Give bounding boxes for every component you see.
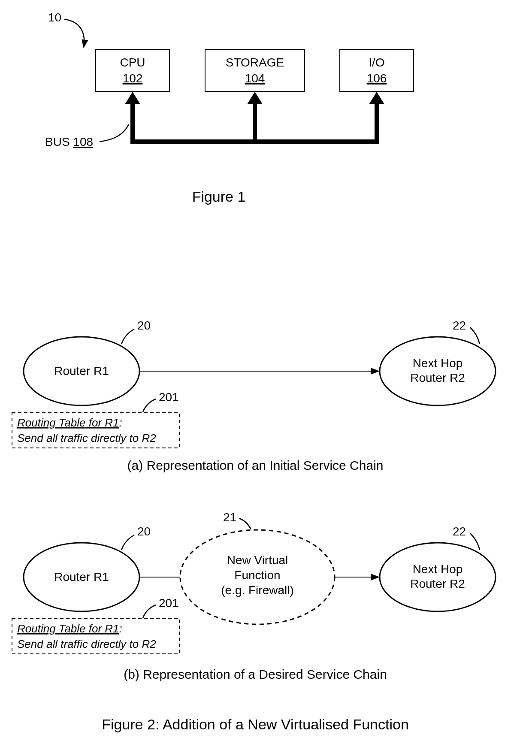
- fig2a-table-title-line: Routing Table for R1:: [17, 416, 122, 429]
- fig1-ref-arrow: [64, 19, 84, 47]
- bus-label-leader: [100, 124, 129, 142]
- fig2b-table-title-line: Routing Table for R1:: [17, 622, 122, 635]
- figure-1: 10 CPU 102 STORAGE 104 I/O 106 BUS 108 F…: [45, 11, 414, 205]
- bus-arrow-io: [369, 92, 384, 104]
- fig2a-r2-ref-leader: [470, 327, 480, 344]
- fig2a-caption: (a) Representation of an Initial Service…: [127, 458, 384, 472]
- fig2a-r2-ref: 22: [453, 319, 466, 332]
- fig2b-r2-line1: Next Hop: [413, 562, 463, 576]
- figure-2b: Router R1 20 New Virtual Function (e.g. …: [12, 511, 496, 681]
- fig2b-arrowhead: [371, 574, 380, 581]
- storage-num: 104: [245, 72, 265, 85]
- bus-arrow-cpu: [125, 92, 140, 104]
- diagram-canvas: 10 CPU 102 STORAGE 104 I/O 106 BUS 108 F…: [0, 0, 532, 756]
- fig2a-table-ref: 201: [159, 390, 179, 404]
- fig2b-table-body: Send all traffic directly to R2: [17, 638, 156, 650]
- cpu-label: CPU: [120, 56, 145, 69]
- fig2a-r2-line2: Router R2: [410, 371, 465, 384]
- fig2a-r1-ref: 20: [137, 319, 151, 332]
- storage-label: STORAGE: [226, 56, 284, 69]
- bus-arrow-storage: [247, 92, 263, 104]
- bus-label-text: BUS 108: [45, 135, 93, 148]
- fig2b-r1-ref: 20: [137, 525, 151, 538]
- fig2b-table-ref: 201: [159, 596, 179, 610]
- fig2a-r1-ref-leader: [121, 329, 134, 344]
- fig2b-r2-line2: Router R2: [410, 577, 465, 590]
- fig2b-vf-ref: 21: [223, 511, 236, 524]
- fig2b-vf-ref-leader: [239, 518, 251, 529]
- fig2b-table-ref-leader: [143, 605, 156, 618]
- fig2b-r1-label: Router R1: [54, 570, 109, 584]
- fig2b-vf-line2: Function: [234, 569, 280, 582]
- fig2a-r2-line1: Next Hop: [413, 357, 463, 370]
- fig2-caption: Figure 2: Addition of a New Virtualised …: [102, 716, 409, 732]
- io-label: I/O: [369, 56, 384, 69]
- fig1-ref-10: 10: [48, 11, 61, 24]
- fig2a-table-body: Send all traffic directly to R2: [17, 432, 156, 445]
- figure-2a: Router R1 20 Next Hop Router R2 22 Routi…: [12, 319, 496, 472]
- fig1-caption: Figure 1: [192, 188, 246, 205]
- fig2a-r1-label: Router R1: [54, 364, 109, 378]
- fig2b-caption: (b) Representation of a Desired Service …: [124, 667, 387, 681]
- fig2a-arrowhead: [371, 368, 380, 375]
- fig2b-r2-ref: 22: [453, 525, 466, 538]
- fig2b-r1-ref-leader: [121, 535, 134, 550]
- fig2a-table-ref-leader: [143, 399, 156, 412]
- cpu-num: 102: [123, 72, 143, 85]
- fig2b-vf-line3: (e.g. Firewall): [221, 584, 294, 597]
- fig2b-vf-line1: New Virtual: [227, 553, 288, 567]
- fig2b-r2-ref-leader: [470, 533, 480, 550]
- io-num: 106: [367, 72, 387, 85]
